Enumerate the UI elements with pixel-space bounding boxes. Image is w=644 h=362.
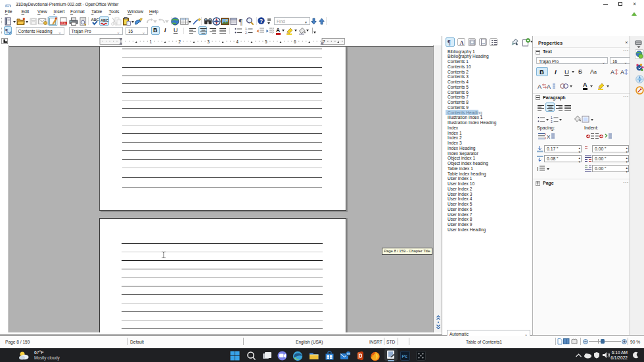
- svg-text:6: 6: [294, 39, 296, 44]
- svg-text:ABC: ABC: [101, 18, 108, 22]
- svg-text:7: 7: [323, 39, 325, 44]
- svg-text:¶: ¶: [239, 17, 243, 26]
- svg-text:99: 99: [347, 351, 350, 355]
- svg-text:5: 5: [265, 39, 267, 44]
- svg-text:A: A: [547, 83, 551, 90]
- svg-text:¶: ¶: [5, 28, 8, 34]
- svg-text:2.: 2.: [245, 32, 248, 35]
- svg-text:X: X: [547, 133, 551, 139]
- svg-text:2: 2: [178, 39, 181, 44]
- svg-text:A: A: [460, 39, 465, 46]
- svg-text:4: 4: [236, 39, 239, 44]
- svg-text:1: 1: [149, 39, 152, 44]
- svg-text:I: I: [537, 166, 538, 172]
- svg-text:1.: 1.: [551, 116, 553, 120]
- svg-text:3: 3: [207, 39, 210, 44]
- svg-text:2.: 2.: [551, 120, 553, 123]
- svg-text:ABC: ABC: [91, 18, 99, 22]
- svg-text:A: A: [620, 69, 624, 76]
- svg-text:PDF: PDF: [60, 22, 66, 25]
- svg-text:A: A: [538, 83, 541, 90]
- svg-text:Ps: Ps: [402, 353, 408, 359]
- svg-text:1.: 1.: [245, 28, 248, 31]
- svg-text:A: A: [610, 69, 614, 76]
- svg-text:?: ?: [260, 18, 263, 24]
- svg-text:¶: ¶: [448, 39, 451, 46]
